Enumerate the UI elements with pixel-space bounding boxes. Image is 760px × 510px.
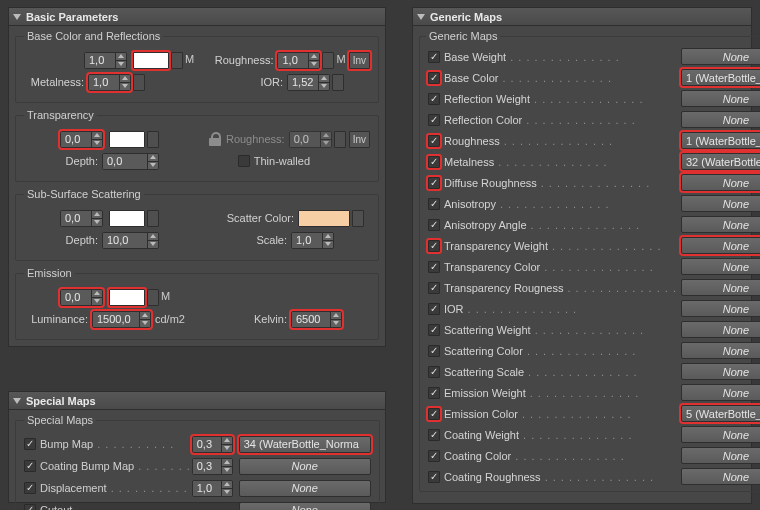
metalness-spinner[interactable]: 1,0 [88, 74, 131, 91]
dots: . . . . . . . . . . . . . . [541, 471, 681, 483]
bc-color-swatch[interactable] [133, 52, 169, 69]
group-legend: Generic Maps [426, 30, 500, 42]
map-enable-check[interactable] [428, 450, 440, 462]
map-name: Base Color [444, 72, 498, 84]
map-slot[interactable]: None [681, 90, 760, 107]
map-slot[interactable]: 5 (WaterBottle_Emissi [681, 405, 760, 422]
map-enable-check[interactable] [428, 366, 440, 378]
map-slot[interactable]: None [681, 174, 760, 191]
map-enable-check[interactable] [428, 471, 440, 483]
generic-map-row: Scattering Scale . . . . . . . . . . . .… [426, 361, 760, 382]
map-slot[interactable]: None [681, 279, 760, 296]
map-enable-check[interactable] [428, 240, 440, 252]
map-slot[interactable]: 32 (WaterBottle_Metal [681, 153, 760, 170]
map-slot[interactable]: 1 (WaterBottle_Roughn [681, 132, 760, 149]
kelvin-spinner[interactable]: 6500 [291, 311, 342, 328]
scatter-color-label: Scatter Color: [216, 212, 294, 224]
luminance-spinner[interactable]: 1500,0 [92, 311, 151, 328]
em-color-swatch[interactable] [109, 289, 145, 306]
ior-label: IOR: [253, 76, 283, 88]
map-slot[interactable]: 1 (WaterBottle_BaseC [681, 69, 760, 86]
map-slot[interactable]: None [681, 384, 760, 401]
bc-rough-inv[interactable]: Inv [349, 52, 370, 69]
sss-color-swatch[interactable] [109, 210, 145, 227]
tr-depth-spinner[interactable]: 0,0 [102, 153, 159, 170]
tr-m[interactable] [147, 131, 159, 148]
map-enable-check[interactable] [428, 72, 440, 84]
map-slot[interactable]: None [681, 426, 760, 443]
map-slot[interactable]: None [681, 237, 760, 254]
scatter-color-swatch[interactable] [298, 210, 350, 227]
map-enable-check[interactable] [428, 135, 440, 147]
map-slot[interactable]: None [681, 216, 760, 233]
map-enable-check[interactable] [428, 387, 440, 399]
map-enable-check[interactable] [24, 482, 40, 494]
generic-map-row: Anisotropy . . . . . . . . . . . . . .No… [426, 193, 760, 214]
map-slot[interactable]: None [681, 300, 760, 317]
map-amount-spinner[interactable]: 0,3 [192, 458, 233, 475]
bc-rough-spinner[interactable]: 1,0 [277, 52, 320, 69]
map-slot[interactable]: None [681, 321, 760, 338]
sss-scale-spinner[interactable]: 1,0 [291, 232, 334, 249]
map-enable-check[interactable] [428, 177, 440, 189]
map-slot[interactable]: None [239, 480, 371, 497]
map-slot[interactable]: None [681, 48, 760, 65]
map-enable-check[interactable] [428, 261, 440, 273]
bc-rough-m[interactable]: M [322, 52, 345, 69]
bc-weight-spinner[interactable]: 1,0 [84, 52, 127, 69]
map-slot[interactable]: 34 (WaterBottle_Norma [239, 436, 371, 453]
map-slot[interactable]: None [239, 458, 371, 475]
map-amount-spinner[interactable]: 1,0 [192, 480, 233, 497]
tr-rough-spinner[interactable]: 0,0 [289, 131, 332, 148]
map-enable-check[interactable] [428, 51, 440, 63]
luminance-unit: cd/m2 [155, 313, 185, 325]
lock-icon[interactable] [209, 132, 221, 146]
map-enable-check[interactable] [428, 114, 440, 126]
sss-m[interactable] [147, 210, 159, 227]
map-enable-check[interactable] [428, 93, 440, 105]
sss-depth-spinner[interactable]: 10,0 [102, 232, 159, 249]
map-enable-check[interactable] [24, 438, 40, 450]
map-enable-check[interactable] [428, 324, 440, 336]
map-enable-check[interactable] [428, 156, 440, 168]
map-name: IOR [444, 303, 464, 315]
map-slot[interactable]: None [681, 258, 760, 275]
map-enable-check[interactable] [24, 460, 40, 472]
bc-map-m[interactable]: M [171, 52, 194, 69]
map-amount-spinner[interactable]: 0,3 [192, 436, 233, 453]
map-enable-check[interactable] [428, 345, 440, 357]
map-enable-check[interactable] [428, 282, 440, 294]
metalness-m[interactable] [133, 74, 145, 91]
em-weight-spinner[interactable]: 0,0 [60, 289, 103, 306]
sss-weight-spinner[interactable]: 0,0 [60, 210, 103, 227]
scatter-m[interactable] [352, 210, 364, 227]
map-slot[interactable]: None [681, 195, 760, 212]
tr-rough-inv[interactable]: Inv [349, 131, 370, 148]
map-slot[interactable]: None [681, 468, 760, 485]
dots: . . . . . . . . . . . . . . [530, 93, 681, 105]
ior-m[interactable] [332, 74, 344, 91]
map-slot[interactable]: None [681, 342, 760, 359]
dots: . . . . . . . . . . [107, 482, 192, 494]
tr-weight-spinner[interactable]: 0,0 [60, 131, 103, 148]
em-m[interactable]: M [147, 289, 170, 306]
tr-rough-m[interactable] [334, 131, 346, 148]
tr-color-swatch[interactable] [109, 131, 145, 148]
map-slot[interactable]: None [681, 363, 760, 380]
ior-spinner[interactable]: 1,52 [287, 74, 330, 91]
panel-header[interactable]: Special Maps [9, 392, 385, 410]
dots: . . . . . . . . . . . . . . [548, 240, 681, 252]
map-enable-check[interactable] [428, 219, 440, 231]
map-enable-check[interactable] [428, 429, 440, 441]
dots: . . . . . . . . . . . . . . [518, 408, 681, 420]
map-slot[interactable]: None [239, 502, 371, 511]
panel-header[interactable]: Basic Parameters [9, 8, 385, 26]
thin-walled-check[interactable]: Thin-walled [238, 155, 310, 167]
map-enable-check[interactable] [428, 408, 440, 420]
map-slot[interactable]: None [681, 111, 760, 128]
map-enable-check[interactable] [428, 198, 440, 210]
panel-header[interactable]: Generic Maps [413, 8, 751, 26]
map-enable-check[interactable] [24, 504, 40, 510]
map-slot[interactable]: None [681, 447, 760, 464]
map-enable-check[interactable] [428, 303, 440, 315]
